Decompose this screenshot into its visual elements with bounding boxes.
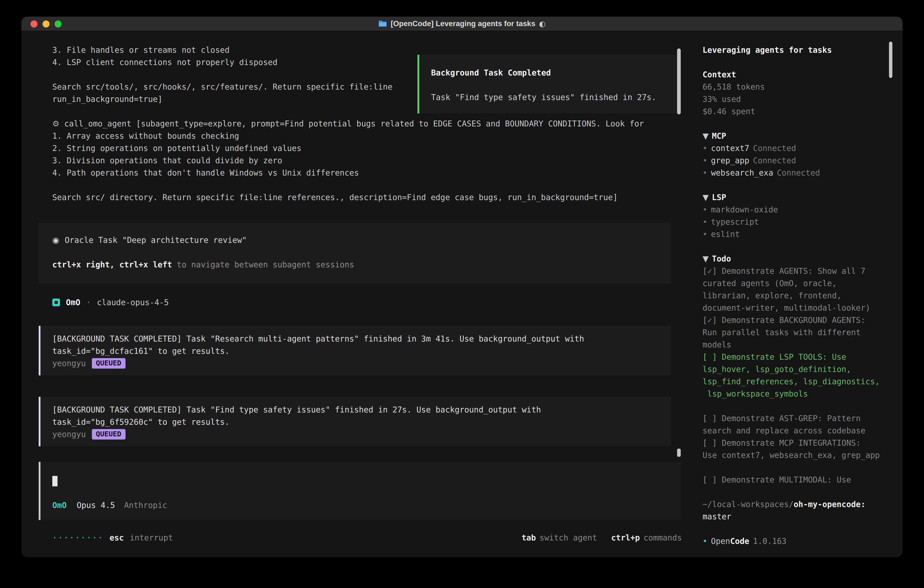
- oracle-task-panel: ◉Oracle Task "Deep architecture review" …: [39, 223, 671, 284]
- todo-line-done: [✓] Demonstrate AGENTS: Show all 7: [703, 265, 893, 277]
- bullet-icon: •: [703, 230, 707, 239]
- folder-icon: [378, 20, 387, 27]
- input-model-name: Opus 4.5: [77, 499, 115, 511]
- progress-spinner-icon: ◐: [539, 19, 546, 28]
- navigation-hint: ctrl+x right, ctrl+x left to navigate be…: [52, 259, 658, 271]
- app-version: •OpenCode1.0.163: [703, 535, 893, 547]
- input-cursor-line[interactable]: [52, 474, 667, 487]
- output-line: 3. File handles or streams not closed: [39, 44, 681, 56]
- toast-title: Background Task Completed: [431, 67, 681, 79]
- zoom-button[interactable]: [54, 20, 62, 28]
- output-line: 3. Division operations that could divide…: [39, 154, 681, 167]
- todo-line-active: lsp_find_references, lsp_diagnostics,: [703, 375, 893, 388]
- todo-line-active: lsp_hover, lsp_goto_definition,: [703, 363, 893, 375]
- message-author: yeongyu: [52, 357, 86, 370]
- agent-checkbox-icon: [52, 299, 60, 306]
- todo-line-done: models: [703, 339, 893, 351]
- fisheye-icon: ◉: [52, 236, 59, 244]
- todo-line-done: curated agents (OmO, oracle,: [703, 277, 893, 289]
- background-task-toast: Background Task Completed Task "Find typ…: [417, 55, 681, 114]
- tool-call-text: call_omo_agent [subagent_type=explore, p…: [59, 119, 644, 128]
- workspace-path: ~/local-workspaces/oh-my-opencode:: [703, 498, 893, 510]
- traffic-lights: [30, 17, 62, 31]
- tool-call-line: ⚙ call_omo_agent [subagent_type=explore,…: [39, 117, 681, 130]
- chevron-down-icon: ▼: [703, 254, 709, 263]
- agent-name: OmO: [66, 296, 80, 309]
- lsp-item: •typescript: [703, 216, 893, 228]
- todo-line-pending: [ ] Demonstrate MCP INTEGRATIONS:: [703, 437, 893, 449]
- status-left: ········· esc interrupt: [52, 533, 173, 542]
- todo-line-pending: Use context7, websearch_exa, grep_app: [703, 449, 893, 461]
- input-model-line: OmO Opus 4.5 Anthropic: [52, 499, 667, 511]
- todo-line-active: [ ] Demonstrate LSP TOOLS: Use: [703, 351, 893, 363]
- oracle-task-title: ◉Oracle Task "Deep architecture review": [52, 234, 658, 246]
- esc-key-label: interrupt: [130, 533, 173, 542]
- titlebar: [OpenCode] Leveraging agents for tasks ◐: [21, 17, 903, 31]
- status-badge: QUEUED: [92, 358, 125, 368]
- context-spent: $0.46 spent: [703, 105, 893, 117]
- session-title: Leveraging agents for tasks: [703, 44, 893, 56]
- message-line: task_id="bg_dcfac161" to get results.: [52, 345, 658, 357]
- todo-line-active: lsp_workspace_symbols: [703, 388, 893, 400]
- mcp-item: •context7Connected: [703, 142, 893, 154]
- bullet-icon: •: [703, 156, 707, 165]
- input-provider-name: Anthropic: [124, 499, 167, 511]
- todo-line-done: document-writer, multimodal-looker): [703, 302, 893, 314]
- context-tokens: 66,518 tokens: [703, 81, 893, 93]
- output-line: 2. String operations on potentially unde…: [39, 142, 681, 154]
- bullet-icon: •: [703, 217, 707, 226]
- message-meta: yeongyu QUEUED: [52, 428, 658, 441]
- prompt-input[interactable]: OmO Opus 4.5 Anthropic: [39, 462, 681, 520]
- lsp-item: •eslint: [703, 228, 893, 240]
- sidebar-scrollbar-thumb[interactable]: [889, 41, 893, 78]
- bullet-icon: •: [703, 205, 707, 214]
- input-agent-name: OmO: [52, 499, 67, 511]
- hint-description: to navigate between subagent sessions: [172, 260, 354, 269]
- bullet-icon: •: [703, 168, 707, 177]
- mcp-item: •websearch_exaConnected: [703, 167, 893, 179]
- background-task-message: [BACKGROUND TASK COMPLETED] Task "Find t…: [39, 397, 671, 446]
- message-author: yeongyu: [52, 428, 86, 441]
- todo-line-done: Run parallel tasks with different: [703, 326, 893, 339]
- message-line: [BACKGROUND TASK COMPLETED] Task "Resear…: [52, 333, 658, 345]
- output-line: Search src/ directory. Return specific f…: [39, 191, 681, 203]
- output-line: 1. Array access without bounds checking: [39, 130, 681, 142]
- message-line: task_id="bg_6f59260c" to get results.: [52, 416, 658, 428]
- lsp-item: •markdown-oxide: [703, 203, 893, 216]
- message-meta: yeongyu QUEUED: [52, 357, 658, 370]
- hint-shortcut-keys: ctrl+x right, ctrl+x left: [52, 260, 172, 269]
- session-sidebar: Leveraging agents for tasks Context 66,5…: [693, 31, 903, 557]
- tab-key-label: switch agent: [540, 533, 597, 542]
- main-scrollbar-thumb[interactable]: [677, 48, 681, 114]
- chevron-down-icon: ▼: [703, 131, 709, 140]
- status-right: tab switch agent ctrl+p commands: [521, 533, 682, 542]
- separator-dot: ·: [86, 296, 91, 309]
- lsp-section-header[interactable]: ▼LSP: [703, 191, 893, 203]
- main-scrollbar-thumb[interactable]: [677, 449, 681, 457]
- agent-model: claude-opus-4-5: [97, 296, 169, 309]
- message-line: [BACKGROUND TASK COMPLETED] Task "Find t…: [52, 404, 658, 416]
- mcp-section-header[interactable]: ▼MCP: [703, 130, 893, 142]
- background-task-message: [BACKGROUND TASK COMPLETED] Task "Resear…: [39, 326, 671, 375]
- working-dots-indicator: ·········: [52, 533, 104, 542]
- todo-line-pending: search and replace across codebase: [703, 424, 893, 437]
- close-button[interactable]: [30, 20, 38, 28]
- terminal-window: [OpenCode] Leveraging agents for tasks ◐…: [21, 17, 903, 557]
- status-badge: QUEUED: [92, 429, 125, 439]
- window-title: [OpenCode] Leveraging agents for tasks ◐: [378, 19, 545, 28]
- minimize-button[interactable]: [43, 20, 50, 28]
- workspace-branch: master: [703, 510, 893, 523]
- text-cursor: [52, 476, 58, 486]
- todo-section-header[interactable]: ▼Todo: [703, 253, 893, 265]
- ctrlp-key-hint: ctrl+p: [611, 533, 640, 542]
- output-line: 4. Path operations that don't handle Win…: [39, 167, 681, 179]
- gear-icon: ⚙: [52, 119, 59, 128]
- bullet-icon: •: [703, 537, 707, 546]
- context-header: Context: [703, 68, 893, 81]
- todo-line-pending: [ ] Demonstrate MULTIMODAL: Use: [703, 474, 893, 486]
- ctrlp-key-label: commands: [644, 533, 682, 542]
- chevron-down-icon: ▼: [703, 193, 709, 202]
- bullet-icon: •: [703, 144, 707, 153]
- esc-key-hint: esc: [110, 533, 124, 542]
- agent-header: OmO · claude-opus-4-5: [39, 296, 681, 309]
